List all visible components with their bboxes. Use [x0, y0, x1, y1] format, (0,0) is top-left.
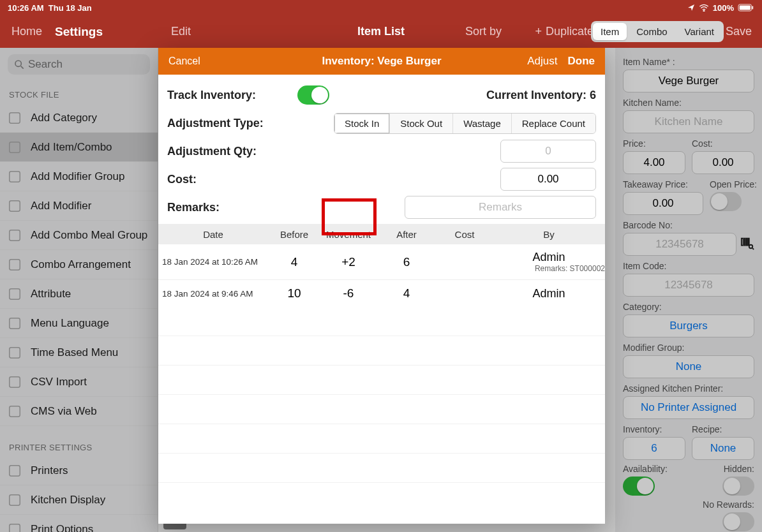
cost-field[interactable]: 0.00: [692, 151, 754, 174]
sidebar-item[interactable]: Add Item/Combo: [0, 133, 158, 162]
seg-variant[interactable]: Variant: [677, 23, 722, 40]
adjustment-type-segment[interactable]: Stock InStock OutWastageReplace Count: [334, 113, 596, 134]
svg-rect-3: [752, 6, 753, 9]
adjust-button[interactable]: Adjust: [527, 55, 557, 68]
search-icon: [14, 59, 24, 70]
sidebar-item-label: Attribute: [31, 288, 71, 300]
sidebar-item-icon: [6, 256, 23, 273]
col-before: Before: [268, 229, 320, 240]
sidebar-item[interactable]: Add Modifier: [0, 191, 158, 221]
svg-rect-23: [749, 239, 749, 246]
cell-movement: +2: [320, 255, 377, 269]
adjtype-option[interactable]: Stock Out: [389, 114, 452, 133]
home-button[interactable]: Home: [11, 25, 42, 38]
modal-cost-field[interactable]: 0.00: [500, 168, 596, 191]
sidebar-item[interactable]: Printers: [0, 456, 158, 485]
modgroup-button[interactable]: None: [623, 355, 754, 378]
adjtype-option[interactable]: Wastage: [452, 114, 511, 133]
item-type-segment[interactable]: Item Combo Variant: [591, 21, 724, 42]
kitchen-field[interactable]: Kitchen Name: [623, 110, 754, 133]
adjqty-label: Adjustment Qty:: [167, 145, 295, 158]
sidebar-item[interactable]: Attribute: [0, 279, 158, 309]
sidebar-item-icon: [6, 315, 23, 332]
search-input[interactable]: [28, 58, 144, 71]
done-button[interactable]: Done: [568, 55, 595, 68]
sidebar-item-icon: [6, 344, 23, 361]
adjqty-field[interactable]: 0: [500, 140, 596, 163]
cell-after: 4: [377, 286, 437, 300]
hidden-toggle[interactable]: [722, 477, 754, 496]
sidebar-item[interactable]: Kitchen Display: [0, 485, 158, 515]
location-icon: [687, 4, 695, 11]
svg-rect-19: [10, 524, 20, 532]
category-label: Category:: [623, 302, 754, 312]
adjtype-option[interactable]: Stock In: [334, 114, 389, 133]
duplicate-button[interactable]: + Duplicate: [535, 25, 594, 38]
battery-icon: [738, 4, 754, 11]
history-row: 18 Jan 2024 at 10:26 AM4+26AdminRemarks:…: [158, 244, 605, 280]
movement-highlight: [322, 198, 377, 235]
col-cost: Cost: [437, 229, 493, 240]
cell-after: 6: [377, 255, 437, 269]
printer-button[interactable]: No Printer Assigned: [623, 396, 754, 419]
track-inventory-toggle[interactable]: [297, 85, 329, 105]
sidebar-item-icon: [6, 139, 23, 156]
inventory-modal: Cancel Inventory: Vege Burger Adjust Don…: [158, 48, 605, 524]
itemcode-field[interactable]: 12345678: [623, 274, 754, 297]
search-bar: [0, 48, 158, 81]
sidebar-item-icon: [6, 227, 23, 244]
seg-item[interactable]: Item: [593, 23, 627, 40]
modal-cost-label: Cost:: [167, 173, 295, 186]
barcode-scan-icon[interactable]: [740, 236, 754, 250]
remarks-label: Remarks:: [167, 201, 295, 214]
sidebar-item[interactable]: Time Based Menu: [0, 338, 158, 367]
barcode-field[interactable]: 12345678: [623, 233, 736, 256]
itemname-label: Item Name* :: [623, 57, 754, 67]
norewards-label: No Rewards:: [703, 499, 754, 510]
barcode-label: Barcode No:: [623, 220, 754, 230]
inventory-button[interactable]: 6: [623, 437, 685, 460]
cancel-button[interactable]: Cancel: [168, 55, 200, 67]
sidebar-item-icon: [6, 492, 23, 508]
svg-rect-22: [746, 239, 747, 246]
remarks-field[interactable]: Remarks: [405, 196, 596, 219]
recipe-button[interactable]: None: [692, 437, 754, 460]
svg-line-25: [752, 248, 754, 249]
sidebar-item[interactable]: Add Category: [0, 103, 158, 133]
sidebar-item-label: Kitchen Display: [31, 494, 105, 506]
itemcode-label: Item Code:: [623, 261, 754, 271]
sidebar-item-icon: [6, 198, 23, 214]
availability-toggle[interactable]: [623, 477, 655, 496]
edit-button[interactable]: Edit: [171, 25, 191, 38]
norewards-toggle[interactable]: [722, 512, 754, 531]
sidebar-item-icon: [6, 110, 23, 126]
svg-rect-8: [10, 171, 20, 182]
sidebar-item[interactable]: CSV Import: [0, 367, 158, 397]
svg-rect-12: [10, 288, 20, 299]
sidebar-item[interactable]: CMS via Web: [0, 397, 158, 426]
history-row: 18 Jan 2024 at 9:46 AM10-64Admin: [158, 280, 605, 307]
status-bar: 10:26 AM Thu 18 Jan 100%: [0, 0, 762, 15]
sidebar-item[interactable]: Add Modifier Group: [0, 162, 158, 191]
seg-combo[interactable]: Combo: [629, 23, 675, 40]
itemname-field[interactable]: Vege Burger: [623, 70, 754, 92]
sidebar-item-label: Add Category: [31, 112, 97, 124]
save-button[interactable]: Save: [726, 25, 752, 38]
sortby-button[interactable]: Sort by: [465, 25, 502, 38]
sidebar-item-icon: [6, 403, 23, 420]
svg-rect-16: [10, 406, 20, 417]
price-field[interactable]: 4.00: [623, 151, 685, 174]
sidebar-item[interactable]: Menu Language: [0, 309, 158, 338]
category-button[interactable]: Burgers: [623, 314, 754, 337]
takeaway-field[interactable]: 0.00: [623, 192, 703, 215]
adjtype-option[interactable]: Replace Count: [511, 114, 595, 133]
page-title: Item List: [357, 25, 405, 38]
sidebar-item[interactable]: Add Combo Meal Group: [0, 221, 158, 250]
printer-label: Assigned Kitchen Printer:: [623, 383, 754, 394]
sidebar-item[interactable]: Combo Arrangement: [0, 250, 158, 279]
openprice-toggle[interactable]: [710, 192, 742, 211]
hidden-label: Hidden:: [722, 464, 754, 474]
sidebar-item[interactable]: Print Options: [0, 515, 158, 532]
sidebar-item-icon: [6, 374, 23, 390]
svg-rect-18: [10, 494, 20, 505]
